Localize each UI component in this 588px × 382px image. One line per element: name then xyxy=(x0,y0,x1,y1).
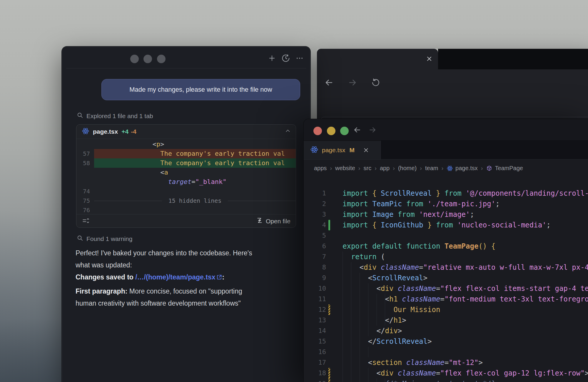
window-minimize-button[interactable] xyxy=(327,127,335,135)
tab-close-icon[interactable] xyxy=(426,55,433,63)
explored-status-text: Explored 1 file and 1 tab xyxy=(86,113,153,120)
tab-close-icon[interactable] xyxy=(363,147,369,153)
code-line: 13</h1> xyxy=(304,315,588,326)
breadcrumb-label: website xyxy=(335,165,355,172)
indent-guides xyxy=(343,273,368,283)
code-token: className xyxy=(393,369,436,377)
code-line: 12Our Mission xyxy=(304,304,588,315)
history-icon[interactable] xyxy=(281,54,290,63)
breadcrumb-item-src[interactable]: src xyxy=(364,165,372,172)
code-editor[interactable]: 1import { ScrollReveal } from '@/compone… xyxy=(304,177,588,382)
window-zoom-button[interactable] xyxy=(340,127,349,135)
diff-card-footer: Open file xyxy=(76,215,296,228)
code-token: from xyxy=(402,200,427,208)
browser-reload-icon[interactable] xyxy=(371,78,380,88)
window-close-button[interactable] xyxy=(313,127,322,135)
code-token: < xyxy=(360,263,364,272)
breadcrumb-item-website[interactable]: website xyxy=(335,165,355,172)
editor-titlebar[interactable] xyxy=(304,119,588,140)
first-paragraph-label: First paragraph: xyxy=(76,287,127,295)
git-add-indicator xyxy=(328,220,330,230)
window-close-button[interactable] xyxy=(130,55,139,63)
breadcrumb-item-teampage[interactable]: TeamPage xyxy=(486,165,523,172)
code-token: return xyxy=(351,253,381,261)
code-token: h1 xyxy=(393,316,402,324)
line-number: 8 xyxy=(304,262,326,273)
breadcrumb-item-app[interactable]: app xyxy=(380,165,390,172)
git-gutter xyxy=(328,252,330,262)
code-token: import xyxy=(343,200,372,208)
breadcrumb-item-home[interactable]: (home) xyxy=(398,165,417,172)
breadcrumb-separator-icon: › xyxy=(358,165,360,172)
more-options-icon[interactable] xyxy=(295,54,304,62)
expand-lines-icon[interactable] xyxy=(82,217,89,226)
code-token: < xyxy=(160,169,164,176)
breadcrumb-item-apps[interactable]: apps xyxy=(314,165,327,172)
window-minimize-button[interactable] xyxy=(143,55,152,63)
code-token xyxy=(487,242,491,250)
file-path-link[interactable]: /…/(home)/team/page.tsx xyxy=(135,273,215,281)
line-number: 9 xyxy=(304,273,326,283)
code-token: div xyxy=(385,327,398,335)
code-token: () xyxy=(478,242,487,250)
diff-line-number: 58 xyxy=(76,158,94,168)
code-token: > xyxy=(398,327,402,335)
diff-card-header[interactable]: page.tsx +4 -4 xyxy=(76,125,296,139)
diff-line-number xyxy=(76,177,94,187)
diff-line-number xyxy=(76,168,94,177)
editor-forward-icon[interactable] xyxy=(368,125,377,135)
browser-forward-icon[interactable] xyxy=(348,78,358,89)
code-token: TeamPic xyxy=(372,200,402,208)
code-token: > xyxy=(427,337,432,346)
breadcrumb-separator-icon: › xyxy=(375,165,377,172)
titlebar-divider xyxy=(66,68,306,68)
git-mod-indicator xyxy=(328,368,330,378)
browser-tab[interactable] xyxy=(317,49,438,69)
react-file-icon xyxy=(82,127,89,136)
code-token: ScrollReveal xyxy=(377,337,427,346)
collapse-chevron-icon[interactable] xyxy=(285,128,291,135)
code-token: = xyxy=(436,369,440,377)
breadcrumb-label: apps xyxy=(314,165,327,172)
code-token: ScrollReveal xyxy=(372,274,423,282)
code-token: div xyxy=(364,263,376,272)
assistant-titlebar[interactable] xyxy=(62,47,310,68)
hidden-lines-label[interactable]: 15 hidden lines xyxy=(162,196,228,205)
breadcrumb-label: (home) xyxy=(398,165,417,172)
line-number: 7 xyxy=(304,252,326,262)
breadcrumb-item-pagetsx[interactable]: page.tsx xyxy=(447,165,478,172)
code-token: import xyxy=(343,221,372,229)
code-token: className xyxy=(393,284,436,293)
code-token: The company's early traction val xyxy=(160,150,285,157)
tab-page-tsx[interactable]: page.tsx M xyxy=(304,141,381,160)
changes-saved-line: Changes saved to /…/(home)/team/page.tsx… xyxy=(76,271,305,284)
diff-card: page.tsx +4 -4 <p>57The company's early … xyxy=(76,124,296,228)
window-zoom-button[interactable] xyxy=(157,55,166,63)
diff-added-count: +4 xyxy=(121,128,128,135)
browser-back-icon[interactable] xyxy=(324,78,334,89)
code-token: className xyxy=(402,358,445,367)
code-token: h1 xyxy=(389,295,398,303)
diff-line-number: 57 xyxy=(76,149,94,158)
assistant-window: Made my changes, please write it into th… xyxy=(62,46,310,382)
code-token: "_blank" xyxy=(195,178,226,185)
first-paragraph-line: First paragraph: More concise, focused o… xyxy=(76,285,305,309)
code-token: ; xyxy=(470,210,474,219)
code-line: 4import { IconGithub } from 'nucleo-soci… xyxy=(304,220,588,230)
code-token: from xyxy=(393,210,419,219)
external-link-icon[interactable] xyxy=(216,272,222,284)
code-token: { xyxy=(372,189,381,197)
indent-guides xyxy=(343,283,377,294)
code-token: } xyxy=(432,189,440,197)
new-chat-icon[interactable] xyxy=(268,54,276,62)
code-token: Our Mission xyxy=(393,306,440,314)
editor-back-icon[interactable] xyxy=(353,125,362,135)
code-token: className xyxy=(377,263,419,272)
code-token: < xyxy=(385,295,389,303)
code-token: = xyxy=(445,358,449,367)
warning-status-text: Found 1 warning xyxy=(86,235,132,242)
code-line: 7return ( xyxy=(304,252,588,262)
breadcrumb-item-team[interactable]: team xyxy=(425,165,438,172)
open-file-button[interactable]: Open file xyxy=(256,217,290,225)
git-gutter xyxy=(328,283,330,294)
